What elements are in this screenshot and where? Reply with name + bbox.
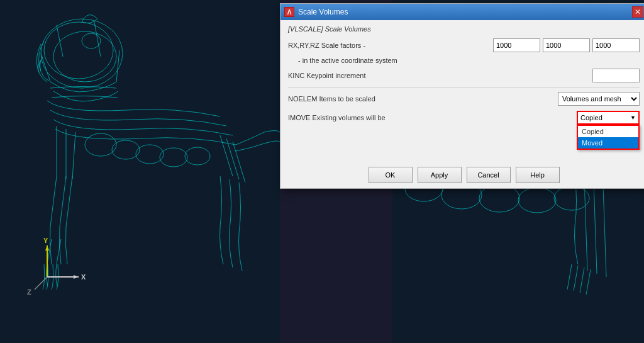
rz-input[interactable]: [592, 38, 640, 52]
imove-dropdown-button[interactable]: Copied ▼: [577, 111, 640, 125]
rx-ry-rz-inputs: [493, 38, 640, 52]
svg-text:Y: Y: [43, 237, 48, 244]
rx-ry-rz-label: RX,RY,RZ Scale factors -: [288, 42, 426, 49]
noelem-select[interactable]: Volumes and mesh Volumes only: [558, 92, 640, 106]
rx-input[interactable]: [493, 38, 540, 52]
coord-system-label: - in the active coordinate system: [288, 57, 640, 64]
imove-label: IMOVE Existing volumes will be: [288, 114, 577, 121]
imove-option-copied[interactable]: Copied: [578, 126, 638, 137]
scale-volumes-dialog: Λ Scale Volumes ✕ [VLSCALE] Scale Volume…: [280, 3, 644, 189]
buttons-row: OK Apply Cancel Help: [288, 163, 640, 183]
kinc-label: KINC Keypoint increment: [288, 72, 426, 79]
apply-button[interactable]: Apply: [418, 167, 462, 183]
imove-option-moved[interactable]: Moved: [578, 137, 638, 149]
noelem-label: NOELEM Items to be scaled: [288, 95, 558, 103]
dialog-title: Scale Volumes: [298, 8, 348, 16]
cad-model-left: Y X Z: [0, 0, 280, 343]
help-button[interactable]: Help: [516, 167, 560, 183]
imove-selected-value: Copied: [580, 114, 628, 121]
imove-dropdown-wrapper: Copied ▼ Copied Moved: [577, 111, 640, 125]
close-button[interactable]: ✕: [632, 6, 643, 18]
imove-row: IMOVE Existing volumes will be Copied ▼ …: [288, 110, 640, 125]
svg-text:X: X: [81, 273, 86, 281]
imove-dropdown-list: Copied Moved: [577, 125, 640, 150]
svg-rect-0: [0, 0, 280, 343]
dialog-titlebar: Λ Scale Volumes ✕: [280, 4, 644, 20]
kinc-row: KINC Keypoint increment: [288, 68, 640, 83]
dialog-body: [VLSCALE] Scale Volumes RX,RY,RZ Scale f…: [280, 20, 644, 188]
ok-button[interactable]: OK: [369, 167, 413, 183]
cancel-button[interactable]: Cancel: [467, 167, 511, 183]
noelem-select-container: Volumes and mesh Volumes only: [558, 92, 640, 106]
cmd-label: [VLSCALE] Scale Volumes: [288, 25, 640, 33]
kinc-input-container: [592, 69, 640, 82]
dialog-title-icon: Λ: [284, 7, 294, 17]
divider: [288, 87, 640, 87]
rx-ry-rz-row: RX,RY,RZ Scale factors -: [288, 38, 640, 53]
kinc-input[interactable]: [592, 69, 640, 82]
imove-dropdown-arrow: ▼: [630, 115, 636, 121]
noelem-row: NOELEM Items to be scaled Volumes and me…: [288, 91, 640, 106]
ry-input[interactable]: [543, 38, 590, 52]
svg-text:Z: Z: [27, 288, 31, 296]
dialog-titlebar-left: Λ Scale Volumes: [284, 7, 348, 17]
